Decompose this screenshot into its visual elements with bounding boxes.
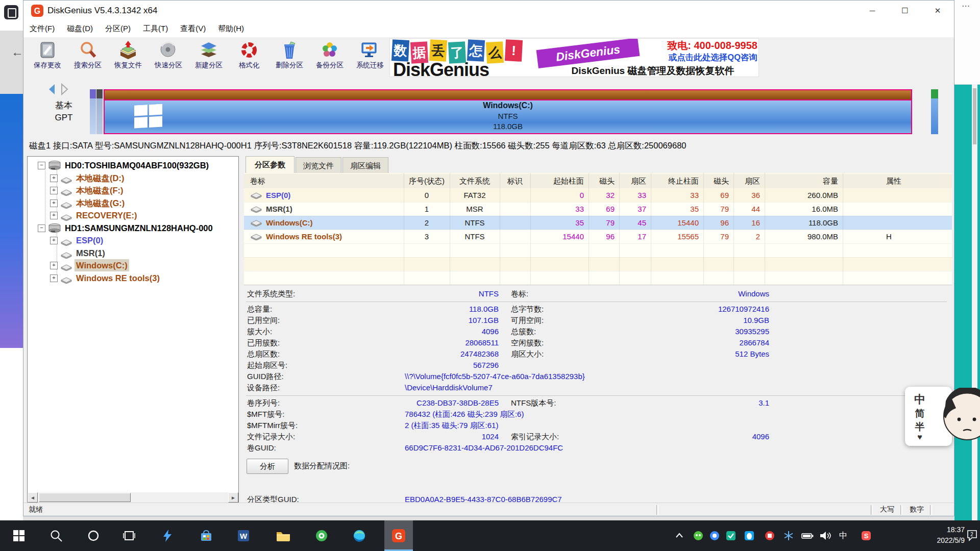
back-arrow-icon[interactable]: ← <box>11 45 23 59</box>
expand-icon[interactable]: + <box>50 187 58 194</box>
nav-forward-icon[interactable] <box>59 83 70 97</box>
toolbar-button-delete-partition[interactable]: 删除分区 <box>270 39 309 76</box>
ime-mode-halfwidth[interactable]: 半 <box>912 420 927 434</box>
notification-center-icon[interactable]: 2 <box>966 529 978 543</box>
header-col-volume-label[interactable]: 卷标 <box>244 174 404 188</box>
table-row-2[interactable]: Windows(C:)2NTFS357945154409616118.0GB <box>244 216 952 230</box>
toolbar-button-save-changes[interactable]: 保存更改 <box>28 39 67 76</box>
scroll-left-icon[interactable]: ◄ <box>28 492 38 503</box>
partition-strip-re-tools[interactable] <box>931 89 938 134</box>
minimize-button[interactable]: ─ <box>856 1 889 21</box>
header-col-flag[interactable]: 标识 <box>500 174 530 188</box>
expand-icon[interactable]: + <box>50 237 58 244</box>
tree-hscrollbar-thumb[interactable] <box>39 493 131 502</box>
volume-icon[interactable] <box>819 530 831 542</box>
header-col-capacity[interactable]: 容量 <box>765 174 843 188</box>
scroll-right-icon[interactable]: ► <box>228 492 238 503</box>
tree-item-recovery-e-[interactable]: +RECOVERY(E:) <box>28 209 238 221</box>
taskbar-start-icon[interactable] <box>5 520 33 551</box>
tree-item-windows-re-tools-3-[interactable]: +Windows RE tools(3) <box>28 272 238 284</box>
ime-heart-icon[interactable]: ♥ <box>912 433 927 442</box>
analyze-button[interactable]: 分析 <box>247 459 288 474</box>
tree-hscrollbar[interactable]: ◄ ► <box>28 492 238 503</box>
expand-icon[interactable]: + <box>50 174 58 182</box>
table-row-1[interactable]: MSR(1)1MSR33693735794416.0MB <box>244 202 952 216</box>
ime-popup[interactable]: 中 简 半 ♥ <box>905 387 980 446</box>
partition-strip-msr[interactable] <box>96 89 103 134</box>
toolbar-button-format-partition[interactable]: 格式化 <box>229 39 269 76</box>
tree-item--g-[interactable]: +本地磁盘(G:) <box>28 197 238 209</box>
background-scrollbar[interactable] <box>972 84 977 520</box>
taskbar-file-explorer-icon[interactable] <box>268 520 297 551</box>
header-col-start-head[interactable]: 磁头 <box>589 174 619 188</box>
menu-item-0[interactable]: 文件(F) <box>23 21 61 37</box>
menu-item-4[interactable]: 查看(V) <box>174 21 212 37</box>
tray-expand-icon[interactable] <box>673 530 685 542</box>
taskbar-cortana-icon[interactable] <box>79 520 108 551</box>
toolbar-button-recover-files[interactable]: 恢复文件 <box>108 39 148 76</box>
close-button[interactable]: ✕ <box>921 1 954 21</box>
nav-back-icon[interactable] <box>46 83 58 97</box>
taskbar-edge-icon[interactable] <box>345 520 374 551</box>
collapse-icon[interactable]: − <box>38 162 45 169</box>
tree-item--d-[interactable]: +本地磁盘(D:) <box>28 172 238 184</box>
header-col-seq[interactable]: 序号(状态) <box>404 174 450 188</box>
toolbar-button-new-partition[interactable]: 新建分区 <box>189 39 229 76</box>
tab-2[interactable]: 扇区编辑 <box>342 157 388 173</box>
tray-red-app-icon[interactable] <box>764 530 776 542</box>
collapse-icon[interactable]: − <box>38 224 45 232</box>
tree-item-msr-1-[interactable]: MSR(1) <box>28 247 238 259</box>
tray-green-app-icon[interactable] <box>692 530 704 542</box>
header-col-end-sector[interactable]: 扇区 <box>733 174 765 188</box>
tab-0[interactable]: 分区参数 <box>246 156 295 173</box>
tray-snowflake-icon[interactable] <box>782 530 795 542</box>
tree-item--f-[interactable]: +本地磁盘(F:) <box>28 184 238 196</box>
browser-menu-icon[interactable]: ⋯ <box>962 1 970 11</box>
ime-mode-simplified[interactable]: 简 <box>912 407 927 420</box>
partition-strip-esp[interactable] <box>90 89 96 134</box>
ime-indicator-icon[interactable]: 中 <box>837 530 849 542</box>
maximize-button[interactable]: ☐ <box>889 1 921 21</box>
menu-item-5[interactable]: 帮助(H) <box>212 21 250 37</box>
header-col-filesystem[interactable]: 文件系统 <box>450 174 500 188</box>
taskbar-diskgenius-icon[interactable]: G <box>384 520 413 551</box>
toolbar-button-backup-partition[interactable]: 备份分区 <box>310 39 350 76</box>
partition-bar-windows-c[interactable]: Windows(C:) NTFS 118.0GB <box>104 89 912 134</box>
ime-mode-chinese[interactable]: 中 <box>912 392 927 407</box>
toolbar-button-search-partition[interactable]: 搜索分区 <box>68 39 108 76</box>
tree-item-windows-c-[interactable]: +Windows(C:) <box>28 259 238 271</box>
expand-icon[interactable]: + <box>50 212 58 219</box>
menu-item-2[interactable]: 分区(P) <box>99 21 137 37</box>
tree-item-hd0-toshibamq04abf100-932gb-[interactable]: −HD0:TOSHIBAMQ04ABF100(932GB) <box>28 159 238 171</box>
sogou-icon[interactable]: S <box>860 530 872 542</box>
header-col-start-sector[interactable]: 扇区 <box>619 174 651 188</box>
tab-1[interactable]: 浏览文件 <box>296 157 341 173</box>
tree-item-hd1-samsungmznln128hahq-000[interactable]: −HD1:SAMSUNGMZNLN128HAHQ-000 <box>28 222 238 234</box>
header-col-end-head[interactable]: 磁头 <box>703 174 733 188</box>
menu-item-1[interactable]: 磁盘(D) <box>61 21 99 37</box>
taskbar-search-icon[interactable] <box>42 520 70 551</box>
header-col-end-cyl[interactable]: 终止柱面 <box>651 174 703 188</box>
tray-qq-icon[interactable] <box>743 530 755 542</box>
taskbar-browser-360-icon[interactable] <box>307 520 336 551</box>
toolbar-button-system-migrate[interactable]: 系统迁移 <box>350 39 390 76</box>
menu-item-3[interactable]: 工具(T) <box>137 21 174 37</box>
background-scrollbar-thumb[interactable] <box>973 88 976 144</box>
taskbar-app-store-icon[interactable] <box>192 520 220 551</box>
table-row-3[interactable]: Windows RE tools(3)3NTFS1544096171556579… <box>244 230 952 243</box>
ad-banner[interactable]: DiskGenius 数据丢了怎么! DiskGenius 致电: 400-00… <box>389 38 759 77</box>
tree-item-esp-0-[interactable]: +ESP(0) <box>28 234 238 246</box>
taskbar-word-icon[interactable]: W <box>229 520 258 551</box>
banner-qq-link[interactable]: 或点击此处选择QQ咨询 <box>637 52 757 63</box>
table-row-0[interactable]: ESP(0)0FAT3203233336936260.0MB <box>244 188 952 202</box>
panel-splitter[interactable] <box>240 156 243 503</box>
battery-icon[interactable] <box>801 530 814 542</box>
tray-blue-circle-icon[interactable] <box>708 530 721 542</box>
toolbar-button-quick-partition[interactable]: 快速分区 <box>149 39 188 76</box>
expand-icon[interactable]: + <box>50 262 58 269</box>
expand-icon[interactable]: + <box>50 199 58 207</box>
taskbar-thunder-icon[interactable] <box>153 520 182 551</box>
header-col-attrs[interactable]: 属性 <box>843 174 952 188</box>
expand-icon[interactable]: + <box>50 274 58 282</box>
taskbar-task-view-icon[interactable] <box>115 520 143 551</box>
